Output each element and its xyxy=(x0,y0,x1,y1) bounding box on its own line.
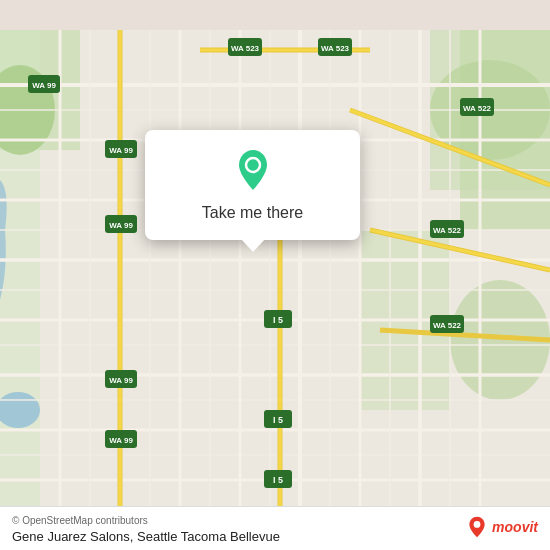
svg-text:WA 99: WA 99 xyxy=(109,221,133,230)
moovit-logo: moovit xyxy=(466,516,538,538)
svg-text:WA 522: WA 522 xyxy=(433,226,462,235)
copyright-text: © OpenStreetMap contributors xyxy=(12,515,538,526)
svg-text:WA 522: WA 522 xyxy=(463,104,492,113)
take-me-there-button[interactable]: Take me there xyxy=(198,202,307,224)
svg-text:I 5: I 5 xyxy=(273,315,283,325)
location-text: Gene Juarez Salons, Seattle Tacoma Belle… xyxy=(12,529,538,544)
location-pin-icon xyxy=(231,148,275,192)
svg-text:WA 522: WA 522 xyxy=(433,321,462,330)
moovit-pin-icon xyxy=(466,516,488,538)
popup-card: Take me there xyxy=(145,130,360,240)
svg-text:WA 523: WA 523 xyxy=(321,44,350,53)
svg-text:WA 99: WA 99 xyxy=(109,146,133,155)
svg-text:I 5: I 5 xyxy=(273,475,283,485)
map-background: WA 99 WA 99 WA 99 WA 99 WA 99 WA 523 WA … xyxy=(0,0,550,550)
svg-text:I 5: I 5 xyxy=(273,415,283,425)
moovit-brand-text: moovit xyxy=(492,519,538,535)
svg-point-78 xyxy=(474,521,481,528)
svg-text:WA 99: WA 99 xyxy=(109,376,133,385)
svg-text:WA 523: WA 523 xyxy=(231,44,260,53)
svg-text:WA 99: WA 99 xyxy=(32,81,56,90)
svg-text:WA 99: WA 99 xyxy=(109,436,133,445)
map-container: WA 99 WA 99 WA 99 WA 99 WA 99 WA 523 WA … xyxy=(0,0,550,550)
